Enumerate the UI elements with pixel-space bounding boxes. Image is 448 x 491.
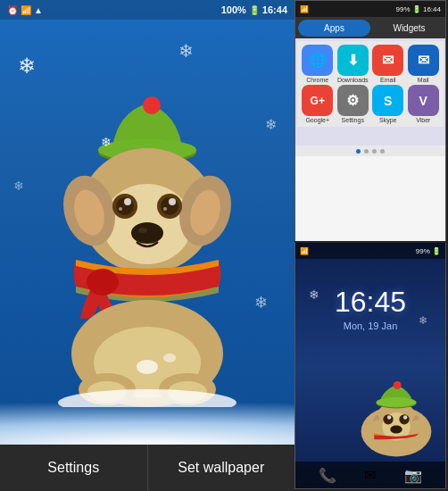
downloads-label: Downloads (337, 77, 369, 83)
dot-3 (372, 149, 377, 154)
svg-point-46 (387, 415, 392, 420)
main-status-bar: ⏰ 📶 ▲ 100% 🔋 16:44 (0, 0, 295, 20)
snowflake-2: ❄ (178, 40, 194, 62)
snowflake-4: ❄ (13, 179, 24, 193)
svg-point-21 (87, 269, 119, 295)
lock-phone-battery: 99% 🔋 (416, 247, 441, 255)
chrome-icon: 🌐 (302, 45, 333, 76)
downloads-icon: ⬇ (337, 45, 369, 76)
snowflake-1: ❄ (18, 54, 36, 79)
snowflake-3: ❄ (265, 116, 277, 133)
home-screen-dots (295, 146, 445, 156)
svg-point-50 (394, 381, 402, 389)
top-phone-signal: 📶 (300, 5, 309, 13)
lock-screen-content: 📶 99% 🔋 16:45 Mon, 19 Jan ❄ ❄ (295, 243, 445, 488)
svg-point-17 (119, 207, 122, 211)
set-wallpaper-button[interactable]: Set wallpaper (148, 445, 295, 491)
lock-snowflake-2: ❄ (419, 314, 427, 327)
lock-screen-date: Mon, 19 Jan (344, 320, 398, 331)
lock-snowflake-1: ❄ (309, 287, 319, 302)
svg-point-48 (390, 426, 402, 434)
svg-point-19 (131, 222, 163, 244)
svg-point-18 (163, 207, 167, 211)
skype-icon: S (372, 85, 403, 116)
top-phone-status-bar: 📶 99% 🔋 16:44 (295, 1, 445, 17)
main-wallpaper-panel: ⏰ 📶 ▲ 100% 🔋 16:44 ❄ ❄ ❄ ❄ ❄ ❄ (0, 0, 295, 491)
app-downloads[interactable]: ⬇ Downloads (336, 45, 370, 83)
svg-point-3 (143, 96, 161, 114)
app-skype[interactable]: S Skype (371, 85, 405, 123)
settings-app-icon: ⚙ (337, 85, 369, 116)
svg-point-30 (163, 354, 176, 362)
apps-widgets-tabs: Apps Widgets (295, 17, 445, 38)
tab-apps[interactable]: Apps (298, 20, 370, 37)
app-settings[interactable]: ⚙ Settings (336, 85, 370, 123)
app-googleplus[interactable]: G+ Google+ (301, 85, 335, 123)
dot-2 (364, 149, 369, 154)
lock-bottom-icons: 📞 ✉ 📷 (295, 462, 445, 488)
status-right-group: 100% 🔋 16:44 (221, 4, 287, 15)
email-label: Email (380, 77, 396, 83)
chrome-label: Chrome (306, 77, 328, 83)
mail-icon: ✉ (408, 45, 439, 76)
skype-label: Skype (379, 117, 396, 123)
app-email[interactable]: ✉ Email (371, 45, 405, 83)
main-time: 16:44 (262, 4, 287, 15)
signal-icon: 📶 (21, 5, 31, 15)
svg-point-51 (377, 397, 417, 407)
right-phone-panel: 📶 99% 🔋 16:44 Apps Widgets 🌐 Chrome ⬇ Do… (295, 0, 448, 491)
phone-icon: 📞 (319, 467, 336, 484)
snow-ground (0, 373, 295, 445)
lock-screen-phone: 📶 99% 🔋 16:45 Mon, 19 Jan ❄ ❄ (295, 243, 446, 489)
battery-text: 100% (221, 4, 246, 15)
tab-widgets[interactable]: Widgets (373, 20, 445, 37)
viber-icon: V (408, 85, 439, 116)
viber-label: Viber (416, 117, 430, 123)
alarm-icon: ⏰ (7, 5, 18, 15)
svg-point-16 (169, 198, 176, 205)
msg-icon: ✉ (364, 467, 376, 484)
camera-lock-icon: 📷 (404, 467, 422, 484)
email-icon: ✉ (372, 45, 403, 76)
mail-label: Mail (418, 77, 429, 83)
dog-svg: ❄ (22, 86, 272, 407)
googleplus-label: Google+ (305, 117, 329, 123)
lock-phone-signal: 📶 (300, 247, 309, 255)
dot-1 (356, 149, 361, 154)
app-grid-area: 🌐 Chrome ⬇ Downloads ✉ Email ✉ Mail G+ (295, 38, 445, 146)
dot-4 (380, 149, 385, 154)
app-grid: 🌐 Chrome ⬇ Downloads ✉ Email ✉ Mail G+ (297, 41, 444, 127)
bottom-buttons-bar: Settings Set wallpaper (0, 445, 295, 491)
settings-app-label: Settings (342, 117, 364, 123)
battery-icon: 🔋 (249, 5, 260, 15)
lock-dog-svg (343, 381, 445, 462)
svg-text:❄: ❄ (101, 135, 112, 149)
app-chrome[interactable]: 🌐 Chrome (301, 45, 335, 83)
settings-button[interactable]: Settings (0, 445, 148, 491)
app-viber[interactable]: V Viber (407, 85, 441, 123)
svg-point-47 (403, 415, 408, 420)
svg-point-29 (137, 360, 158, 374)
wifi-icon: ▲ (34, 5, 43, 15)
lock-screen-time: 16:45 (335, 286, 406, 319)
status-left-icons: ⏰ 📶 ▲ (7, 5, 43, 15)
svg-point-15 (124, 198, 131, 205)
app-mail[interactable]: ✉ Mail (407, 45, 441, 83)
lock-screen-status-bar: 📶 99% 🔋 (295, 243, 445, 259)
snowflake-5: ❄ (254, 293, 268, 312)
googleplus-icon: G+ (302, 85, 333, 116)
home-screen-phone: 📶 99% 🔋 16:44 Apps Widgets 🌐 Chrome ⬇ Do… (295, 0, 446, 241)
top-phone-time-battery: 99% 🔋 16:44 (396, 5, 441, 13)
svg-point-20 (138, 228, 147, 233)
